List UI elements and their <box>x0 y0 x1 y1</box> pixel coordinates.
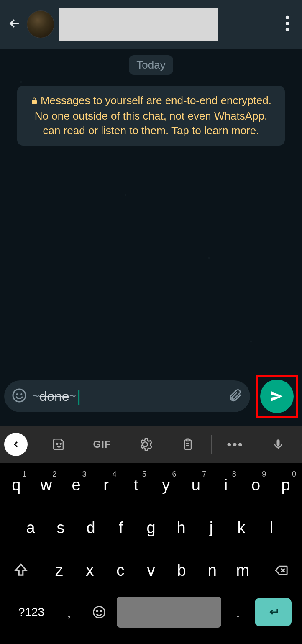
key-f[interactable]: f <box>107 511 135 544</box>
message-input-text[interactable]: ~done~ | <box>33 387 222 405</box>
send-button[interactable] <box>260 380 294 413</box>
keyboard-toolbar: GIF ••• <box>0 426 302 463</box>
message-composer-row: ~done~ | <box>0 369 302 426</box>
backspace-key[interactable] <box>263 554 299 587</box>
emoji-picker-icon[interactable] <box>12 388 27 405</box>
keyboard-back-icon[interactable] <box>4 433 28 456</box>
key-q[interactable]: q1 <box>3 468 30 502</box>
svg-point-1 <box>286 22 289 25</box>
key-x[interactable]: x <box>76 554 104 587</box>
key-w[interactable]: w2 <box>33 468 60 502</box>
svg-point-17 <box>100 611 102 612</box>
key-z[interactable]: z <box>45 554 73 587</box>
period-key[interactable]: . <box>225 596 251 628</box>
enter-key[interactable] <box>255 598 292 626</box>
toolbar-divider <box>211 435 212 454</box>
tilde-prefix: ~ <box>33 390 39 403</box>
encryption-text: Messages to yourself are end-to-end encr… <box>35 94 271 137</box>
svg-point-5 <box>20 393 22 395</box>
typed-text: done <box>39 389 69 404</box>
comma-key[interactable]: , <box>56 596 82 628</box>
key-k[interactable]: k <box>228 511 255 544</box>
svg-point-6 <box>57 443 58 444</box>
key-m[interactable]: m <box>229 554 257 587</box>
tilde-suffix: ~ <box>69 390 76 403</box>
key-e[interactable]: e3 <box>62 468 90 502</box>
shift-key[interactable] <box>3 554 39 587</box>
key-r[interactable]: r4 <box>92 468 120 502</box>
microphone-icon[interactable] <box>258 426 298 463</box>
back-arrow-icon[interactable] <box>8 16 22 32</box>
encryption-notice[interactable]: Messages to yourself are end-to-end encr… <box>17 86 285 146</box>
key-b[interactable]: b <box>168 554 196 587</box>
attachment-icon[interactable] <box>228 388 243 405</box>
chat-header <box>0 0 302 49</box>
key-i[interactable]: i8 <box>212 468 240 502</box>
more-options-icon[interactable] <box>280 15 294 33</box>
chat-messages-area[interactable]: Today Messages to yourself are end-to-en… <box>0 49 302 369</box>
toolbar-more-icon[interactable]: ••• <box>215 426 255 463</box>
contact-avatar[interactable] <box>27 10 54 38</box>
key-n[interactable]: n <box>198 554 226 587</box>
key-v[interactable]: v <box>137 554 165 587</box>
key-c[interactable]: c <box>106 554 134 587</box>
settings-gear-icon[interactable] <box>125 426 165 463</box>
key-o[interactable]: o9 <box>242 468 270 502</box>
key-y[interactable]: y6 <box>152 468 180 502</box>
send-button-highlight <box>256 375 298 418</box>
key-p[interactable]: p0 <box>272 468 299 502</box>
svg-point-16 <box>97 611 98 612</box>
emoji-key[interactable] <box>86 596 113 628</box>
soft-keyboard: q1w2e3r4t5y6u7i8o9p0 asdfghjkl zxcvbnm ?… <box>0 463 302 644</box>
key-a[interactable]: a <box>17 511 44 544</box>
svg-point-2 <box>286 28 289 31</box>
gif-button[interactable]: GIF <box>82 426 122 463</box>
key-h[interactable]: h <box>167 511 195 544</box>
key-t[interactable]: t5 <box>122 468 150 502</box>
message-input-pill[interactable]: ~done~ | <box>4 380 250 412</box>
key-g[interactable]: g <box>137 511 165 544</box>
date-separator: Today <box>129 55 173 75</box>
lock-icon <box>31 94 38 109</box>
symbols-key[interactable]: ?123 <box>10 596 52 628</box>
key-j[interactable]: j <box>197 511 225 544</box>
key-s[interactable]: s <box>47 511 74 544</box>
key-u[interactable]: u7 <box>182 468 210 502</box>
text-cursor: | <box>77 387 81 405</box>
contact-name-redacted[interactable] <box>59 8 218 41</box>
clipboard-icon[interactable] <box>168 426 208 463</box>
sticker-icon[interactable] <box>39 426 79 463</box>
key-d[interactable]: d <box>77 511 105 544</box>
svg-point-0 <box>286 16 289 19</box>
space-key[interactable] <box>117 597 221 628</box>
svg-point-3 <box>13 389 26 402</box>
svg-point-4 <box>16 393 18 395</box>
svg-point-15 <box>94 607 105 618</box>
key-l[interactable]: l <box>258 511 285 544</box>
svg-point-7 <box>60 443 61 444</box>
